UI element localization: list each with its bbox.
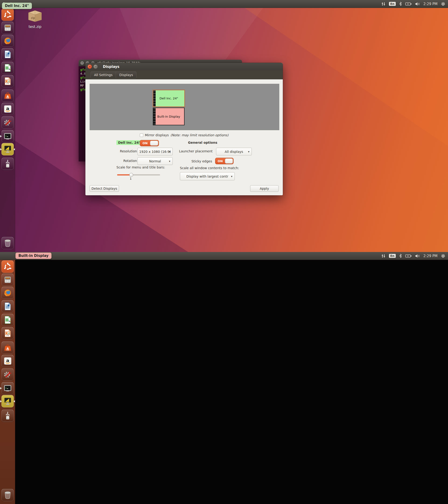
- launcher-item-libreoffice-calc[interactable]: [1, 314, 14, 326]
- launcher-item-system-settings[interactable]: [1, 368, 14, 380]
- launcher-placement-label: Launcher placement: [155, 149, 213, 153]
- bluetooth-icon[interactable]: [399, 254, 402, 258]
- clock[interactable]: 2:29 PM: [424, 2, 437, 6]
- calc-spreadsheet-icon: [3, 315, 12, 324]
- launcher-item-firefox[interactable]: [1, 35, 14, 47]
- launcher-item-terminal[interactable]: >: [1, 382, 14, 394]
- gear-wrench-icon: [3, 370, 12, 379]
- volume-icon[interactable]: [415, 2, 420, 6]
- clock[interactable]: 2:29 PM: [424, 254, 437, 258]
- selected-display-name: Dell Inc. 24": [116, 140, 142, 145]
- terminal-icon: >: [3, 132, 12, 141]
- launcher-item-ubuntu-dash[interactable]: [1, 8, 14, 21]
- slider-value: 1: [130, 177, 132, 180]
- usb-drive-icon: [3, 411, 12, 420]
- launcher-item-terminal[interactable]: >: [1, 130, 14, 142]
- network-arrows-icon[interactable]: [381, 2, 385, 6]
- all-settings-button[interactable]: All Settings: [91, 72, 116, 78]
- launcher-item-files[interactable]: [1, 21, 14, 34]
- toggle-knob: [225, 159, 233, 163]
- scale-menu-label: Scale for menu and title bars:: [116, 165, 165, 169]
- running-indicator-arrow: [0, 387, 3, 389]
- terminal-close-button[interactable]: ✕: [80, 61, 84, 65]
- launcher-item-trash[interactable]: [1, 237, 14, 249]
- monitor-builtin-label: Built-in Display: [157, 115, 180, 118]
- monitor-dell[interactable]: Dell Inc. 24": [153, 90, 185, 107]
- sticky-edges-toggle[interactable]: ON: [215, 158, 233, 164]
- launcher-item-firefox[interactable]: [1, 287, 14, 299]
- launcher-placement-dropdown[interactable]: All displays ▾: [216, 148, 252, 155]
- toolbar-segment: All Settings Displays: [90, 72, 137, 78]
- detect-displays-button[interactable]: Detect Displays: [90, 185, 119, 192]
- close-icon[interactable]: ✕: [88, 64, 92, 69]
- launcher-item-ubuntu-software-center[interactable]: A: [1, 341, 14, 354]
- battery-icon[interactable]: [405, 2, 412, 6]
- sticky-edges-label: Sticky edges: [155, 159, 212, 163]
- menubar: En 2:29 PM: [0, 252, 448, 260]
- unity-launcher: A a >: [0, 260, 15, 504]
- launcher-item-amazon[interactable]: a: [1, 103, 14, 115]
- launcher-item-files[interactable]: [1, 273, 14, 286]
- general-options-heading: General options: [179, 141, 227, 144]
- slider-knob[interactable]: [129, 173, 133, 177]
- launcher-item-libreoffice-writer[interactable]: [1, 300, 14, 312]
- apply-button[interactable]: Apply: [250, 185, 279, 192]
- monitor-builtin[interactable]: Built-in Display: [153, 108, 185, 125]
- display-ruler-icon: [3, 145, 12, 154]
- running-indicator-arrow: [0, 135, 3, 137]
- keyboard-layout-indicator[interactable]: En: [389, 254, 395, 258]
- monitor-dell-label: Dell Inc. 24": [160, 97, 178, 100]
- display-identify-label: Built-in Display: [15, 252, 52, 259]
- writer-document-icon: [3, 302, 12, 311]
- launcher-item-system-settings[interactable]: [1, 116, 14, 128]
- battery-icon[interactable]: [405, 254, 412, 258]
- scale-slider[interactable]: 1: [117, 173, 160, 179]
- mirror-displays-checkbox[interactable]: [140, 133, 143, 137]
- launcher-item-ubuntu-software-center[interactable]: A: [1, 89, 14, 102]
- launcher-item-libreoffice-writer[interactable]: [1, 48, 14, 60]
- displays-window: ✕ − Displays All Settings Displays Dell …: [85, 63, 283, 195]
- launcher-item-amazon[interactable]: a: [1, 355, 14, 367]
- display-power-toggle[interactable]: ON: [140, 140, 159, 146]
- gear-wrench-icon: [3, 118, 12, 127]
- minimize-icon[interactable]: −: [93, 64, 98, 69]
- trash-icon: [3, 490, 12, 500]
- launcher-item-usb-media[interactable]: [1, 410, 14, 422]
- window-title: Displays: [103, 65, 120, 69]
- session-gear-icon[interactable]: [441, 254, 445, 258]
- launcher-item-trash[interactable]: [1, 489, 14, 501]
- svg-text:A: A: [6, 95, 9, 98]
- launcher-item-libreoffice-calc[interactable]: [1, 62, 14, 74]
- svg-text:>: >: [5, 135, 7, 137]
- impress-presentation-icon: [3, 328, 12, 338]
- launcher-item-libreoffice-impress[interactable]: [1, 75, 14, 87]
- launcher-item-libreoffice-impress[interactable]: [1, 327, 14, 339]
- network-arrows-icon[interactable]: [381, 254, 385, 258]
- ubuntu-logo-icon: [3, 262, 12, 271]
- monitor-launcher-strip: [153, 90, 156, 107]
- launcher-item-displays[interactable]: [1, 395, 14, 407]
- desktop-icon-test-zip[interactable]: zip test.zip: [23, 9, 47, 29]
- system-tray: En 2:29 PM: [381, 254, 445, 258]
- window-titlebar[interactable]: ✕ − Displays: [85, 63, 283, 71]
- writer-document-icon: [3, 50, 12, 59]
- session-gear-icon[interactable]: [441, 2, 445, 6]
- impress-presentation-icon: [3, 76, 12, 86]
- trash-icon: [3, 238, 12, 248]
- mirror-displays-label: Mirror displays: [145, 133, 169, 137]
- keyboard-layout-indicator[interactable]: En: [389, 2, 395, 6]
- system-tray: En 2:29 PM: [381, 2, 445, 6]
- bluetooth-icon[interactable]: [399, 2, 402, 6]
- launcher-item-usb-media[interactable]: [1, 158, 14, 170]
- scale-all-dropdown[interactable]: Display with largest contr ▾: [180, 172, 235, 180]
- mirror-displays-row: Mirror displays (Note: may limit resolut…: [85, 133, 283, 137]
- volume-icon[interactable]: [415, 254, 420, 258]
- zip-archive-icon: zip: [25, 9, 45, 23]
- svg-text:zip: zip: [31, 16, 35, 19]
- launcher-item-displays[interactable]: [1, 143, 14, 155]
- screen-dell-external: Displays En 2:29 PM Dell Inc. 24": [0, 0, 448, 252]
- displays-breadcrumb-button[interactable]: Displays: [116, 72, 136, 78]
- launcher-item-ubuntu-dash[interactable]: [1, 260, 14, 273]
- toggle-knob: [150, 141, 158, 145]
- menubar: Displays En 2:29 PM: [0, 0, 448, 8]
